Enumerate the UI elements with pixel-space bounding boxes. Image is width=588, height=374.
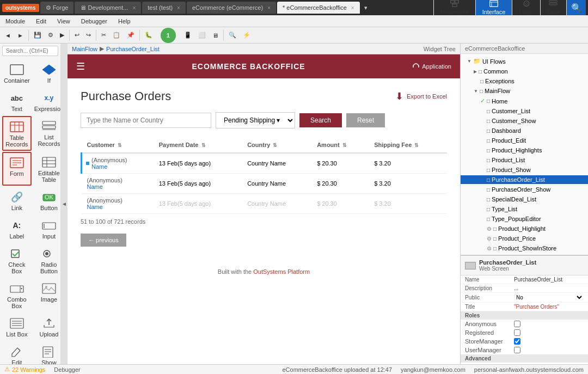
tree-item-purchase-order-show[interactable]: □ PurchaseOrder_Show — [461, 185, 588, 194]
tab-test[interactable]: test (test) × — [142, 2, 186, 14]
tool-link[interactable]: 🔗 Link — [2, 187, 32, 214]
prop-user-checkbox[interactable] — [514, 347, 520, 353]
sort-customer-icon[interactable]: ⇅ — [118, 143, 122, 148]
toolbar-desktop[interactable]: 🖥 — [210, 30, 221, 40]
sort-payment-icon[interactable]: ⇅ — [201, 143, 206, 148]
toolbar-settings[interactable]: ⚙ — [45, 30, 56, 40]
search-button[interactable]: Search — [299, 113, 342, 127]
tree-item-product-edit[interactable]: □ Product_Edit — [461, 136, 588, 145]
tree-item-product-highlight[interactable]: ⚙ □ Product_Highlight — [461, 224, 588, 234]
tree-item-exceptions[interactable]: □ Exceptions — [461, 76, 588, 86]
interface-btn[interactable]: Interface — [475, 0, 512, 15]
prop-title-value[interactable]: "Purchase Orders" — [514, 304, 584, 310]
prop-anon-checkbox[interactable] — [514, 321, 520, 327]
menu-module[interactable]: Module — [2, 17, 28, 26]
tool-table-records[interactable]: TableRecords — [2, 116, 32, 151]
tab-backoffice-close[interactable]: × — [351, 5, 354, 11]
toolbar-save[interactable]: 💾 — [31, 30, 44, 40]
menu-debugger[interactable]: Debugger — [78, 17, 111, 26]
reset-button[interactable]: Reset — [346, 113, 385, 127]
tab-forge[interactable]: ⚙ Forge — [40, 2, 74, 14]
tree-item-specialdeal[interactable]: □ SpecialDeal_List — [461, 194, 588, 204]
tree-item-product-price[interactable]: ⚙ □ Product_Price — [461, 234, 588, 243]
hamburger-icon[interactable]: ☰ — [76, 60, 85, 72]
prop-store-checkbox[interactable] — [514, 338, 520, 345]
tool-list-records[interactable]: List Records — [33, 116, 61, 151]
tool-edit-record[interactable]: Edit Record — [2, 341, 32, 364]
prop-reg-checkbox[interactable] — [514, 329, 520, 336]
outsystems-link[interactable]: OutSystems Platform — [253, 268, 310, 275]
menu-view[interactable]: View — [54, 17, 74, 26]
tool-container[interactable]: Container — [2, 59, 32, 87]
tool-text[interactable]: abc Text — [2, 88, 32, 115]
sort-country-icon[interactable]: ⇅ — [273, 143, 277, 148]
tool-input[interactable]: Input — [33, 215, 61, 242]
search-tool-btn[interactable]: 🔍 — [566, 0, 586, 15]
tab-development-close[interactable]: × — [132, 5, 136, 11]
tool-radio[interactable]: Radio Button — [33, 243, 61, 277]
sort-shipping-icon[interactable]: ⇅ — [414, 143, 419, 148]
warnings-indicator[interactable]: ⚠ 22 Warnings — [4, 366, 45, 373]
toolbar-cut[interactable]: ✂ — [99, 30, 109, 40]
customer-link-2[interactable]: Name — [87, 183, 148, 190]
tool-form[interactable]: Form — [2, 152, 32, 186]
filter-input[interactable] — [81, 113, 211, 128]
toolbar-debug[interactable]: 🐛 — [142, 30, 155, 40]
breadcrumb-screen[interactable]: PurchaseOrder_List — [106, 46, 160, 52]
tree-item-ui-flows[interactable]: ▼ 📁 UI Flows — [461, 56, 588, 66]
tab-test-close[interactable]: × — [177, 5, 180, 11]
tree-item-type-list[interactable]: □ Type_List — [461, 204, 588, 214]
table-row[interactable]: (Anonymous) Name 13 Feb(5 days ago) Coun… — [82, 153, 448, 174]
sidebar-collapse[interactable]: ◄ — [61, 44, 68, 364]
tool-image[interactable]: Image — [33, 278, 61, 312]
tree-item-home[interactable]: ✓ □ Home — [461, 96, 588, 106]
sort-amount-icon[interactable]: ⇅ — [342, 143, 347, 148]
tab-add-button[interactable]: ▾ — [361, 3, 371, 13]
table-row[interactable]: (Anonymous) Name 13 Feb(5 days ago) Coun… — [82, 174, 448, 194]
debugger-tab[interactable]: Debugger — [54, 366, 80, 373]
tool-expression[interactable]: x.y Expression — [33, 88, 61, 115]
tree-item-product-show[interactable]: □ Product_Show — [461, 165, 588, 175]
tree-item-purchase-order-list[interactable]: □ PurchaseOrder_List — [461, 175, 588, 185]
breadcrumb-flow[interactable]: MainFlow — [72, 46, 97, 52]
tree-item-customer-list[interactable]: □ Customer_List — [461, 106, 588, 116]
tree-item-customer-show[interactable]: □ Customer_Show — [461, 116, 588, 126]
menu-edit[interactable]: Edit — [33, 17, 50, 26]
tree-item-mainflow[interactable]: ▼ □ MainFlow — [461, 86, 588, 96]
customer-link[interactable]: Name — [91, 163, 127, 170]
toolbar-publish[interactable]: ▶ — [57, 30, 67, 40]
app-logo[interactable]: outsystems — [2, 4, 39, 12]
tree-item-dashboard[interactable]: □ Dashboard — [461, 126, 588, 136]
search-input[interactable] — [2, 46, 58, 56]
tool-checkbox[interactable]: Check Box — [2, 243, 32, 277]
export-excel-btn[interactable]: ⬇ Export to Excel — [395, 90, 447, 102]
table-row[interactable]: (Anonymous) Name 13 Feb(5 days ago) Coun… — [82, 194, 448, 214]
data-btn[interactable]: Data — [540, 0, 566, 15]
toolbar-tablet[interactable]: ⬜ — [195, 30, 209, 40]
tree-item-type-popup[interactable]: □ Type_PopupEditor — [461, 214, 588, 224]
tool-editable-table[interactable]: Editable Table — [33, 152, 61, 186]
prop-desc-value[interactable]: ... — [514, 285, 584, 291]
prev-button[interactable]: ← previous — [81, 234, 126, 247]
toolbar-redo[interactable]: ↪ — [83, 30, 94, 40]
tree-item-product-list[interactable]: □ Product_List — [461, 155, 588, 165]
tool-if[interactable]: If — [33, 59, 61, 87]
filter-dropdown[interactable]: Pending Shipping ▾ All Shipped Delivered — [216, 112, 295, 128]
toolbar-back[interactable]: ◄ — [2, 30, 14, 40]
prop-public-select[interactable]: No Yes — [514, 294, 584, 301]
customer-link-3[interactable]: Name — [87, 204, 148, 210]
tree-item-product-highlights[interactable]: □ Product_Highlights — [461, 145, 588, 155]
tool-show-record[interactable]: Show Record — [33, 341, 61, 364]
app-nav-sync[interactable]: Application — [412, 63, 451, 70]
tab-backoffice[interactable]: * eCommerceBackoffice × — [277, 2, 360, 14]
tool-listbox[interactable]: List Box — [2, 313, 32, 340]
tab-ecommerce-close[interactable]: × — [267, 5, 271, 11]
tab-development[interactable]: 🖥 Development... × — [75, 2, 141, 14]
tree-item-product-show-instore[interactable]: ⚙ □ Product_ShowInStore — [461, 243, 588, 253]
tool-label[interactable]: A: Label — [2, 215, 32, 242]
logic-btn[interactable]: Logic — [512, 0, 540, 15]
tree-item-common[interactable]: ▶ □ Common — [461, 66, 588, 76]
tool-button[interactable]: OK Button — [33, 187, 61, 214]
tab-ecommerce[interactable]: eCommerce (eCommerce) × — [187, 2, 276, 14]
tool-combobox[interactable]: Combo Box — [2, 278, 32, 312]
